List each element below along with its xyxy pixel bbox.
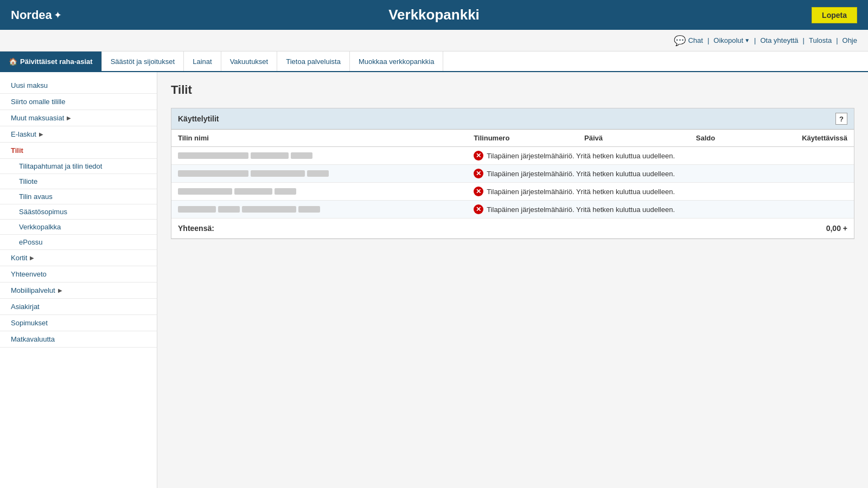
sidebar-item-asiakirjat[interactable]: Asiakirjat xyxy=(0,299,157,315)
sidebar-item-uusi-maksu[interactable]: Uusi maksu xyxy=(0,78,157,94)
total-row: Yhteensä: 0,00 + xyxy=(171,219,854,239)
account-name-cell xyxy=(171,183,467,201)
sidebar: Uusi maksu Siirto omalle tilille Muut ma… xyxy=(0,72,157,488)
sidebar-item-sopimukset[interactable]: Sopimukset xyxy=(0,315,157,331)
chat-bubble-icon: 💬 xyxy=(674,35,686,47)
blurred-name xyxy=(178,170,248,177)
tab-tietoa[interactable]: Tietoa palveluista xyxy=(277,52,350,71)
section-title: Käyttelytilit xyxy=(178,114,219,123)
nav-tabs: 🏠 Päivittäiset raha-asiat Säästöt ja sij… xyxy=(0,52,868,72)
tulosta-link[interactable]: Tulosta xyxy=(809,36,832,44)
tab-paivittaiset[interactable]: 🏠 Päivittäiset raha-asiat xyxy=(0,52,102,71)
error-cell: ✕ Tilapäinen järjestelmähäiriö. Yritä he… xyxy=(467,183,854,201)
error-cell: ✕ Tilapäinen järjestelmähäiriö. Yritä he… xyxy=(467,165,854,183)
sidebar-item-e-laskut[interactable]: E-laskut ▶ xyxy=(0,126,157,143)
tab-vakuutukset[interactable]: Vakuutukset xyxy=(221,52,278,71)
page-title: Tilit xyxy=(171,83,854,97)
blurred-name2 xyxy=(234,188,272,195)
sidebar-item-saastosopimus[interactable]: Säästösopimus xyxy=(0,204,157,220)
error-message: Tilapäinen järjestelmähäiriö. Yritä hetk… xyxy=(487,170,675,178)
account-name-cell xyxy=(171,201,467,219)
sidebar-item-muut-maksuasiat[interactable]: Muut maksuasiat ▶ xyxy=(0,110,157,126)
account-name-cell xyxy=(171,165,467,183)
blurred-name xyxy=(178,188,232,195)
header: Nordea ✦ Verkkopankki Lopeta xyxy=(0,0,868,30)
header-right: Lopeta xyxy=(812,7,857,23)
ota-yhteytta-link[interactable]: Ota yhteyttä xyxy=(761,36,799,44)
blurred-name4 xyxy=(298,206,320,213)
col-paiva: Päivä xyxy=(578,130,649,147)
total-amount: 0,00 + xyxy=(722,219,854,239)
table-header-row: Tilin nimi Tilinumero Päivä Saldo Käytet… xyxy=(171,130,854,147)
error-message: Tilapäinen järjestelmähäiriö. Yritä hetk… xyxy=(487,188,675,196)
sidebar-item-tilitapahtumat[interactable]: Tilitapahtumat ja tilin tiedot xyxy=(0,159,157,174)
total-label: Yhteensä: xyxy=(171,219,722,239)
content-area: Tilit Käyttelytilit ? Tilin nimi Tilinum… xyxy=(157,72,868,488)
header-title: Verkkopankki xyxy=(388,7,480,23)
utility-bar: 💬 Chat | Oikopolut ▼ | Ota yhteyttä | Tu… xyxy=(0,30,868,52)
table-row: ✕ Tilapäinen järjestelmähäiriö. Yritä he… xyxy=(171,165,854,183)
sidebar-item-siirto-omalle[interactable]: Siirto omalle tilille xyxy=(0,94,157,110)
sidebar-item-kortit[interactable]: Kortit ▶ xyxy=(0,250,157,266)
col-kaytettavissa: Käytettävissä xyxy=(722,130,854,147)
lopeta-button[interactable]: Lopeta xyxy=(812,7,857,23)
blurred-name3 xyxy=(291,152,312,159)
sidebar-item-tilin-avaus[interactable]: Tilin avaus xyxy=(0,189,157,204)
sidebar-item-mobiilipalvelut[interactable]: Mobiilipalvelut ▶ xyxy=(0,282,157,299)
sep2: | xyxy=(754,36,756,44)
sidebar-item-epossu[interactable]: ePossu xyxy=(0,235,157,250)
logo-text: Nordea xyxy=(11,8,52,22)
blurred-name2 xyxy=(251,170,305,177)
sidebar-item-yhteenveto[interactable]: Yhteenveto xyxy=(0,266,157,282)
error-icon: ✕ xyxy=(474,187,483,196)
oikopolut-label[interactable]: Oikopolut xyxy=(713,36,743,44)
error-message: Tilapäinen järjestelmähäiriö. Yritä hetk… xyxy=(487,152,675,160)
sidebar-item-tiliote[interactable]: Tiliote xyxy=(0,174,157,189)
table-row: ✕ Tilapäinen järjestelmähäiriö. Yritä he… xyxy=(171,183,854,201)
sidebar-item-verkkopalkka[interactable]: Verkkopalkka xyxy=(0,220,157,235)
table-row: ✕ Tilapäinen järjestelmähäiriö. Yritä he… xyxy=(171,147,854,165)
blurred-name3 xyxy=(275,188,296,195)
accounts-header: Käyttelytilit ? xyxy=(171,108,854,130)
help-button[interactable]: ? xyxy=(835,113,847,125)
col-saldo: Saldo xyxy=(649,130,722,147)
sep1: | xyxy=(707,36,709,44)
error-cell: ✕ Tilapäinen järjestelmähäiriö. Yritä he… xyxy=(467,147,854,165)
blurred-name3 xyxy=(242,206,296,213)
chat-label[interactable]: Chat xyxy=(688,36,703,44)
tab-saastot[interactable]: Säästöt ja sijoitukset xyxy=(102,52,184,71)
tab-muokkaa[interactable]: Muokkaa verkkopankkia xyxy=(350,52,443,71)
arrow-right-icon: ▶ xyxy=(58,287,62,293)
error-icon: ✕ xyxy=(474,151,483,160)
chat-button[interactable]: 💬 Chat xyxy=(674,35,703,47)
home-icon: 🏠 xyxy=(9,57,17,66)
main-layout: Uusi maksu Siirto omalle tilille Muut ma… xyxy=(0,72,868,488)
error-cell: ✕ Tilapäinen järjestelmähäiriö. Yritä he… xyxy=(467,201,854,219)
oikopolut-arrow-icon: ▼ xyxy=(744,37,750,43)
ohje-link[interactable]: Ohje xyxy=(843,36,857,44)
arrow-right-icon: ▶ xyxy=(39,131,43,137)
logo-bird-icon: ✦ xyxy=(54,9,62,21)
arrow-right-icon: ▶ xyxy=(67,115,71,121)
error-icon: ✕ xyxy=(474,169,483,178)
error-message: Tilapäinen järjestelmähäiriö. Yritä hetk… xyxy=(487,206,675,214)
oikopolut-button[interactable]: Oikopolut ▼ xyxy=(713,36,750,44)
logo: Nordea ✦ xyxy=(11,8,62,22)
accounts-section: Käyttelytilit ? Tilin nimi Tilinumero Pä… xyxy=(171,108,854,239)
account-name-cell xyxy=(171,147,467,165)
blurred-name xyxy=(178,152,248,159)
col-tilinumero: Tilinumero xyxy=(467,130,578,147)
col-tilin-nimi: Tilin nimi xyxy=(171,130,467,147)
error-icon: ✕ xyxy=(474,204,483,214)
blurred-name xyxy=(178,206,216,213)
table-row: ✕ Tilapäinen järjestelmähäiriö. Yritä he… xyxy=(171,201,854,219)
tab-lainat[interactable]: Lainat xyxy=(184,52,221,71)
sep3: | xyxy=(803,36,805,44)
sidebar-item-tilit[interactable]: Tilit xyxy=(0,143,157,159)
sidebar-item-matkavaluutta[interactable]: Matkavaluutta xyxy=(0,331,157,348)
accounts-table: Tilin nimi Tilinumero Päivä Saldo Käytet… xyxy=(171,130,854,239)
blurred-name2 xyxy=(251,152,289,159)
arrow-right-icon: ▶ xyxy=(30,255,34,261)
blurred-name3 xyxy=(307,170,329,177)
sep4: | xyxy=(836,36,838,44)
